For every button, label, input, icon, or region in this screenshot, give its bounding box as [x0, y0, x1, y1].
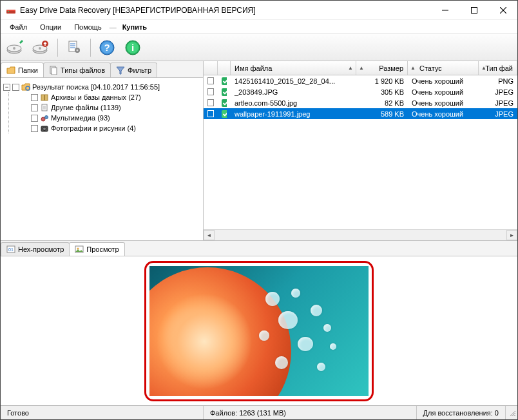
svg-rect-27: [44, 95, 45, 100]
toolbar: ? i: [1, 34, 517, 61]
tab-filter-label: Фильтр: [128, 66, 151, 74]
cell-status: Очень хороший: [408, 77, 479, 85]
maximize-button[interactable]: [459, 1, 488, 19]
right-pane: Имя файла▲ ▲Размер ▲Статус ▲Тип фай 1425…: [204, 61, 517, 240]
tree-node-label: Мультимедиа (93): [51, 114, 110, 122]
svg-point-32: [43, 128, 46, 131]
checkbox[interactable]: [31, 104, 38, 111]
scroll-right-button[interactable]: ►: [506, 230, 517, 240]
sort-arrow-icon: ▲: [410, 65, 416, 71]
checkbox[interactable]: [31, 94, 38, 101]
funnel-icon: [116, 66, 125, 75]
cell-type: JPEG: [479, 99, 517, 107]
info-button[interactable]: i: [122, 37, 144, 59]
cell-filename: 1425161410_2015_02_28_04...: [231, 77, 356, 85]
tree-node-archives[interactable]: Архивы и базы данных (27): [31, 92, 200, 102]
column-icon[interactable]: [218, 61, 231, 75]
statusbar: Готово Файлов: 1263 (131 MB) Для восстан…: [1, 405, 517, 419]
cell-status: Очень хороший: [408, 110, 479, 118]
settings-button[interactable]: [63, 37, 85, 59]
checkbox[interactable]: [12, 84, 19, 91]
tab-folders[interactable]: Папки: [1, 62, 44, 77]
tab-preview[interactable]: Просмотр: [69, 242, 124, 256]
svg-rect-1: [6, 10, 15, 11]
collapse-icon[interactable]: −: [3, 84, 10, 91]
row-checkbox[interactable]: [207, 77, 214, 84]
file-row[interactable]: 1425161410_2015_02_28_04...1 920 KBОчень…: [204, 75, 517, 86]
tree-node-label: Другие файлы (1139): [51, 104, 121, 111]
scroll-left-button[interactable]: ◄: [204, 230, 215, 240]
preview-highlight: [144, 261, 374, 401]
row-checkbox[interactable]: [207, 99, 214, 106]
menu-buy[interactable]: Купить: [117, 22, 152, 32]
scroll-track[interactable]: [215, 230, 506, 240]
window-title: Easy Drive Data Recovery [НЕЗАРЕГИСТРИРО…: [20, 6, 430, 15]
multimedia-icon: [40, 113, 49, 122]
cell-status: Очень хороший: [408, 99, 479, 107]
tab-folders-label: Папки: [18, 66, 38, 74]
app-icon: [6, 5, 16, 15]
tab-hex-label: Нех-просмотр: [18, 245, 64, 253]
column-size[interactable]: ▲Размер: [356, 61, 408, 75]
tree-view[interactable]: − Результат поиска [04.10.2017 11:56:55]…: [1, 78, 203, 240]
svg-point-9: [13, 47, 15, 50]
result-folder-icon: [21, 82, 30, 91]
column-type[interactable]: ▲Тип фай: [479, 61, 517, 75]
recover-button[interactable]: [30, 37, 52, 59]
menu-file[interactable]: Файл: [5, 22, 32, 32]
file-status-icon: [222, 99, 227, 107]
file-row[interactable]: artleo.com-5500.jpg82 KBОчень хорошийJPE…: [204, 97, 517, 108]
file-list[interactable]: 1425161410_2015_02_28_04...1 920 KBОчень…: [204, 75, 517, 229]
folder-icon: [6, 66, 15, 75]
cell-filename: artleo.com-5500.jpg: [231, 99, 356, 107]
sort-arrow-icon: ▲: [348, 65, 353, 71]
column-check[interactable]: [204, 61, 218, 75]
row-checkbox[interactable]: [207, 88, 214, 95]
tab-hex[interactable]: 01 Нех-просмотр: [1, 242, 70, 256]
tree-node-photos[interactable]: Фотографии и рисунки (4): [31, 123, 200, 133]
resize-grip[interactable]: [506, 408, 517, 418]
status-ready: Готово: [1, 406, 204, 419]
svg-point-16: [77, 49, 79, 51]
column-status[interactable]: ▲Статус: [408, 61, 479, 75]
toolbar-separator: [57, 39, 58, 57]
svg-text:?: ?: [104, 42, 110, 53]
checkbox[interactable]: [31, 115, 38, 122]
bottom-pane: 01 Нех-просмотр Просмотр: [1, 240, 517, 405]
file-icon: [40, 103, 49, 112]
horizontal-scrollbar[interactable]: ◄ ►: [204, 229, 517, 240]
minimize-button[interactable]: [430, 1, 459, 19]
cell-size: 589 KB: [356, 110, 408, 118]
sort-arrow-icon: ▲: [481, 65, 486, 71]
tab-filter[interactable]: Фильтр: [110, 62, 157, 77]
svg-point-2: [8, 11, 9, 12]
tree-node-label: Фотографии и рисунки (4): [51, 124, 136, 132]
svg-point-30: [45, 116, 48, 119]
menubar: Файл Опции Помощь — Купить: [1, 20, 517, 34]
cell-type: JPEG: [479, 88, 517, 96]
cell-size: 305 KB: [356, 88, 408, 96]
tree-node-multimedia[interactable]: Мультимедиа (93): [31, 113, 200, 123]
cell-status: Очень хороший: [408, 88, 479, 96]
list-header: Имя файла▲ ▲Размер ▲Статус ▲Тип фай: [204, 61, 517, 75]
file-status-icon: [222, 77, 227, 85]
row-checkbox[interactable]: [207, 110, 214, 117]
tree-tabs: Папки Типы файлов Фильтр: [1, 61, 203, 78]
tree-root[interactable]: − Результат поиска [04.10.2017 11:56:55]: [3, 82, 200, 92]
archive-icon: [40, 93, 49, 102]
tab-filetypes[interactable]: Типы файлов: [43, 62, 111, 77]
menu-help[interactable]: Помощь: [69, 22, 107, 32]
menu-options[interactable]: Опции: [35, 22, 66, 32]
scan-drive-button[interactable]: [5, 37, 26, 59]
svg-rect-4: [471, 7, 477, 13]
help-button[interactable]: ?: [96, 37, 118, 59]
file-row[interactable]: wallpaper-1911991.jpeg589 KBОчень хороши…: [204, 108, 517, 119]
app-window: Easy Drive Data Recovery [НЕЗАРЕГИСТРИРО…: [0, 0, 518, 420]
tree-node-other[interactable]: Другие файлы (1139): [31, 102, 200, 113]
close-button[interactable]: [488, 1, 517, 19]
checkbox[interactable]: [31, 125, 38, 132]
window-buttons: [430, 1, 517, 19]
file-row[interactable]: _203849.JPG305 KBОчень хорошийJPEG: [204, 86, 517, 97]
column-name[interactable]: Имя файла▲: [231, 61, 356, 75]
svg-point-12: [39, 47, 41, 50]
